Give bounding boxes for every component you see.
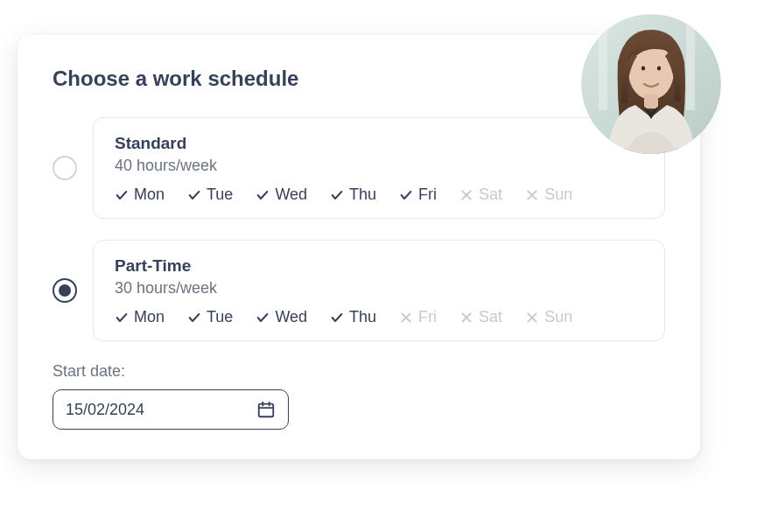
x-icon [459, 311, 473, 325]
day-thu: Thu [330, 308, 376, 326]
x-icon [525, 188, 539, 202]
check-icon [115, 188, 129, 202]
check-icon [399, 188, 413, 202]
option-title: Standard [115, 134, 643, 153]
day-fri: Fri [399, 308, 437, 326]
schedule-option-parttime[interactable]: Part-Time 30 hours/week Mon Tue Wed Thu … [53, 240, 665, 341]
start-date-input[interactable]: 15/02/2024 [53, 389, 289, 430]
svg-rect-3 [686, 23, 695, 110]
check-icon [115, 311, 129, 325]
day-mon: Mon [115, 308, 165, 326]
day-wed: Wed [256, 186, 307, 204]
day-mon: Mon [115, 186, 165, 204]
option-title: Part-Time [115, 256, 643, 276]
day-sat: Sat [459, 308, 502, 326]
calendar-icon [256, 400, 276, 419]
option-subtitle: 40 hours/week [115, 157, 643, 175]
x-icon [459, 188, 473, 202]
x-icon [399, 311, 413, 325]
x-icon [525, 311, 539, 325]
check-icon [330, 311, 344, 325]
day-tue: Tue [187, 308, 233, 326]
svg-point-6 [641, 66, 645, 70]
day-sat: Sat [459, 186, 502, 204]
svg-rect-18 [259, 404, 274, 417]
option-subtitle: 30 hours/week [115, 279, 643, 298]
avatar [581, 14, 721, 154]
check-icon [187, 188, 201, 202]
day-tue: Tue [187, 186, 233, 204]
radio-standard[interactable] [53, 156, 77, 180]
radio-parttime[interactable] [53, 278, 77, 303]
option-card-parttime: Part-Time 30 hours/week Mon Tue Wed Thu … [93, 240, 665, 341]
start-date-value: 15/02/2024 [66, 401, 144, 419]
days-row: Mon Tue Wed Thu Fri Sat Sun [115, 308, 643, 326]
check-icon [256, 188, 270, 202]
svg-point-7 [657, 66, 661, 70]
check-icon [187, 311, 201, 325]
day-thu: Thu [330, 186, 376, 204]
page-title: Choose a work schedule [53, 66, 665, 91]
check-icon [330, 188, 344, 202]
day-sun: Sun [525, 186, 572, 204]
option-card-standard: Standard 40 hours/week Mon Tue Wed Thu F… [93, 117, 665, 219]
day-wed: Wed [256, 308, 307, 326]
day-fri: Fri [399, 186, 437, 204]
svg-rect-5 [644, 94, 658, 108]
schedule-option-standard[interactable]: Standard 40 hours/week Mon Tue Wed Thu F… [53, 117, 665, 219]
start-date-label: Start date: [53, 362, 665, 381]
schedule-card: Choose a work schedule Standard 40 hours… [18, 35, 700, 459]
check-icon [256, 311, 270, 325]
svg-rect-2 [599, 23, 607, 110]
days-row: Mon Tue Wed Thu Fri Sat Sun [115, 186, 643, 204]
day-sun: Sun [525, 308, 572, 326]
